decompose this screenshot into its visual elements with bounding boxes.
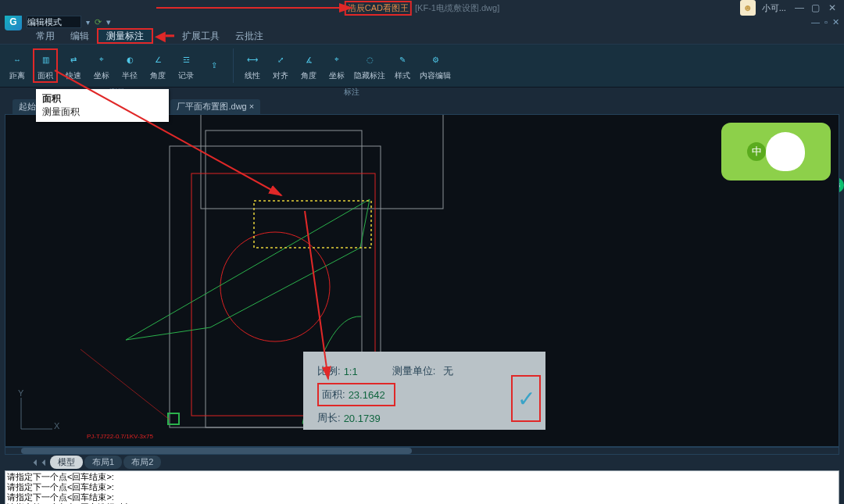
- aligned-icon: ⤢: [271, 50, 290, 69]
- tooltip-desc: 测量面积: [42, 106, 80, 117]
- ribbon-style[interactable]: ✎样式: [390, 50, 415, 81]
- area-value: 23.1642: [349, 389, 385, 401]
- tab-model[interactable]: 模型: [50, 456, 83, 469]
- export-icon: ⇪: [205, 55, 224, 74]
- area-icon: ▥: [36, 50, 55, 69]
- ribbon-coord[interactable]: ⌖坐标: [89, 50, 114, 81]
- mascot-widget[interactable]: 中: [721, 123, 831, 181]
- window-close-icon[interactable]: ✕: [832, 17, 839, 27]
- tabs-prev-icon[interactable]: ⏴⏴: [31, 457, 48, 466]
- radius-icon: ◐: [120, 50, 139, 69]
- window-min-icon[interactable]: —: [811, 17, 820, 27]
- unit-label: 测量单位:: [392, 364, 436, 378]
- app-logo[interactable]: G: [5, 13, 22, 30]
- ribbon-linear[interactable]: ⟷线性: [240, 50, 265, 81]
- menu-measure[interactable]: 测量标注: [97, 28, 153, 44]
- app-title: 浩辰CAD看图王: [345, 1, 412, 16]
- unit-value: 无: [443, 364, 453, 378]
- menu-cloud[interactable]: 云批注: [227, 28, 271, 44]
- ribbon-record[interactable]: ☲记录: [173, 50, 198, 81]
- maximize-button[interactable]: ▢: [809, 2, 823, 13]
- ribbon-aligned[interactable]: ⤢对齐: [268, 50, 293, 81]
- user-name[interactable]: 小可...: [762, 2, 786, 14]
- perim-value: 20.1739: [344, 413, 381, 424]
- qa-refresh-icon[interactable]: ⟳: [95, 17, 102, 27]
- tab-layout1[interactable]: 布局1: [84, 456, 122, 469]
- ribbon-export[interactable]: ⇪: [202, 55, 227, 76]
- perim-label: 周长:: [317, 411, 341, 425]
- coord-icon: ⌖: [92, 50, 111, 69]
- ribbon-hide-dim[interactable]: ◌隐藏标注: [352, 50, 387, 81]
- svg-marker-5: [126, 199, 370, 340]
- ribbon-quick[interactable]: ⇄快速: [61, 50, 86, 81]
- menu-tools[interactable]: 扩展工具: [174, 28, 227, 44]
- avatar[interactable]: ☻: [740, 0, 756, 16]
- svg-line-9: [80, 349, 170, 420]
- close-button[interactable]: ✕: [825, 2, 839, 13]
- scale-value: 1:1: [344, 366, 358, 377]
- menu-common[interactable]: 常用: [28, 28, 63, 44]
- ribbon-distance[interactable]: ↔距离: [5, 50, 30, 81]
- scale-label: 比例:: [317, 364, 341, 378]
- ribbon-angle2[interactable]: ∡角度: [296, 50, 321, 81]
- angle-icon: ∠: [148, 50, 167, 69]
- hide-icon: ◌: [360, 50, 379, 69]
- area-tooltip: 面积 测量面积: [36, 89, 169, 122]
- mode-dropdown-icon[interactable]: ▾: [86, 18, 90, 27]
- ruler-icon: ↔: [8, 50, 27, 69]
- ribbon-coord2[interactable]: ⌖坐标: [324, 50, 349, 81]
- ribbon-edit-content[interactable]: ⚙内容编辑: [418, 50, 452, 81]
- mascot-character-icon: [766, 132, 805, 171]
- doc-tab-file2[interactable]: 厂平面布置图.dwg ×: [170, 99, 260, 114]
- svg-rect-8: [254, 201, 371, 248]
- quick-icon: ⇄: [64, 50, 83, 69]
- confirm-button[interactable]: ✓: [511, 375, 541, 422]
- edit-content-icon: ⚙: [426, 50, 445, 69]
- horizontal-scrollbar[interactable]: [5, 447, 839, 455]
- qa-more-icon[interactable]: ▾: [106, 17, 111, 27]
- ribbon-angle[interactable]: ∠角度: [145, 50, 170, 81]
- svg-point-4: [220, 232, 330, 341]
- tab-layout2[interactable]: 布局2: [123, 456, 161, 469]
- linear-icon: ⟷: [243, 50, 262, 69]
- ribbon-area[interactable]: ▥面积: [33, 48, 58, 83]
- mode-select[interactable]: [27, 16, 81, 28]
- tooltip-title: 面积: [42, 93, 61, 104]
- panel-label-dimension: 标注: [344, 87, 359, 98]
- ribbon-radius[interactable]: ◐半径: [117, 50, 142, 81]
- window-restore-icon[interactable]: ▫: [824, 17, 828, 27]
- measure-result-panel: 比例: 1:1 测量单位: 无 面积: 23.1642 周长: 20.1739 …: [303, 352, 545, 430]
- area-label: 面积:: [322, 388, 345, 402]
- dimension-text: PJ-TJ722-0.7/1KV-3x75: [87, 433, 153, 440]
- coord2-icon: ⌖: [327, 50, 346, 69]
- menu-edit[interactable]: 编辑: [63, 28, 97, 44]
- ucs-axis: Y X: [13, 390, 60, 438]
- command-window[interactable]: 请指定下一个点<回车结束>: 请指定下一个点<回车结束>: 请指定下一个点<回车…: [5, 470, 839, 504]
- mascot-label: 中: [747, 142, 766, 161]
- style-icon: ✎: [393, 50, 412, 69]
- record-icon: ☲: [177, 50, 195, 69]
- menu-highlight-arrow-icon: ◀━: [155, 27, 174, 45]
- svg-rect-0: [201, 115, 443, 209]
- minimize-button[interactable]: —: [792, 2, 806, 13]
- file-name: [KF-1电缆敷设图.dwg]: [415, 2, 499, 14]
- angle2-icon: ∡: [299, 50, 318, 69]
- ribbon-separator: [233, 48, 234, 83]
